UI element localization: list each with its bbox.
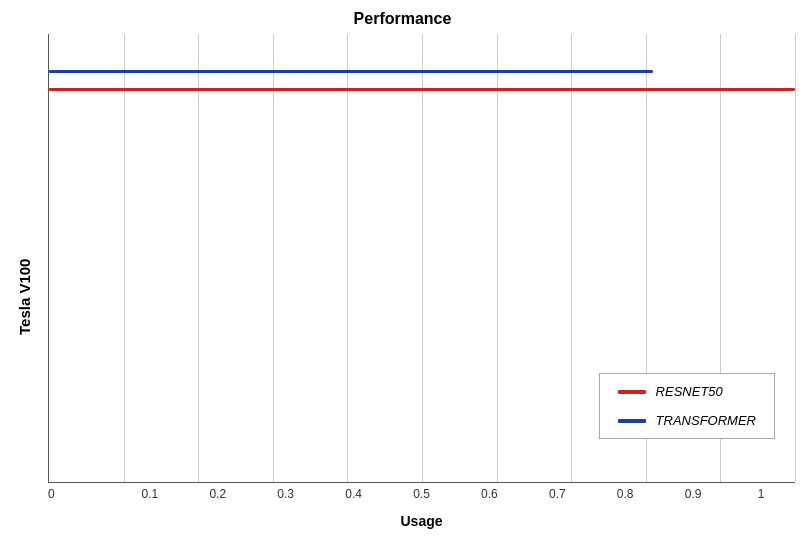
chart-area: 00.10.20.30.40.50.60.70.80.91 Usage RESN…: [48, 34, 805, 529]
x-tick: 0.1: [116, 483, 184, 511]
x-tick: 1: [727, 483, 795, 511]
y-axis-label: Tesla V100: [0, 34, 48, 529]
legend-label: RESNET50: [656, 384, 723, 399]
x-tick: 0: [48, 483, 116, 511]
grid-line: [347, 34, 348, 482]
grid-line: [422, 34, 423, 482]
data-line-transformer: [49, 70, 653, 73]
grid-line: [124, 34, 125, 482]
grid-line: [198, 34, 199, 482]
x-tick: 0.2: [184, 483, 252, 511]
legend-item: TRANSFORMER: [618, 413, 756, 428]
grid-line: [795, 34, 796, 482]
x-tick: 0.6: [455, 483, 523, 511]
x-tick: 0.9: [659, 483, 727, 511]
data-line-resnet50: [49, 88, 795, 91]
grid-line: [273, 34, 274, 482]
chart-container: Performance Tesla V100 00.10.20.30.40.50…: [0, 0, 805, 545]
grid-line: [571, 34, 572, 482]
x-tick: 0.7: [523, 483, 591, 511]
chart-title: Performance: [0, 0, 805, 34]
x-axis: 00.10.20.30.40.50.60.70.80.91: [48, 483, 795, 511]
x-tick: 0.8: [591, 483, 659, 511]
legend-label: TRANSFORMER: [656, 413, 756, 428]
x-tick: 0.4: [320, 483, 388, 511]
x-axis-label: Usage: [48, 513, 795, 529]
x-tick: 0.5: [388, 483, 456, 511]
chart-body: Tesla V100 00.10.20.30.40.50.60.70.80.91…: [0, 34, 805, 529]
legend-item: RESNET50: [618, 384, 756, 399]
legend-swatch: [618, 419, 646, 423]
legend-swatch: [618, 390, 646, 394]
grid-line: [497, 34, 498, 482]
x-tick: 0.3: [252, 483, 320, 511]
legend: RESNET50TRANSFORMER: [599, 373, 775, 439]
